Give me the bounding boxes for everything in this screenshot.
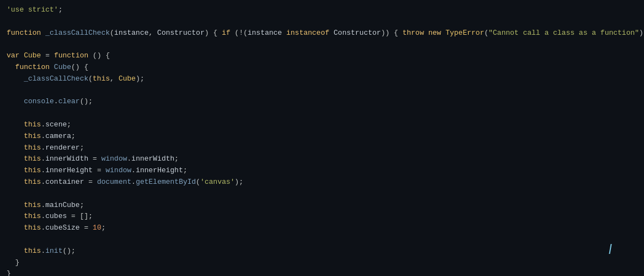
code-line-16: this.container = document.getElementById…	[7, 177, 637, 188]
code-line-2	[7, 16, 637, 28]
code-line-24: }	[7, 268, 637, 276]
code-line-11: this.scene;	[7, 119, 637, 131]
code-line-15: this.innerHeight = window.innerHeight;	[7, 165, 637, 177]
code-line-1: 'use strict';	[7, 4, 637, 16]
code-line-10	[7, 108, 637, 119]
code-line-12: this.camera;	[7, 131, 637, 142]
code-line-7: _classCallCheck(this, Cube);	[7, 73, 637, 85]
code-line-20: this.cubeSize = 10;	[7, 222, 637, 234]
code-line-18: this.mainCube;	[7, 200, 637, 211]
code-line-13: this.renderer;	[7, 142, 637, 154]
code-line-21	[7, 234, 637, 246]
code-line-14: this.innerWidth = window.innerWidth;	[7, 153, 637, 165]
code-line-8	[7, 85, 637, 97]
code-line-5: var Cube = function () {	[7, 50, 637, 62]
code-line-6: function Cube() {	[7, 62, 637, 73]
code-line-3: function _classCallCheck(instance, Const…	[7, 28, 637, 39]
code-line-23: }	[7, 257, 637, 269]
code-line-9: console.clear();	[7, 96, 637, 108]
code-line-22: this.init();	[7, 246, 637, 257]
code-line-19: this.cubes = [];	[7, 211, 637, 222]
code-editor: 'use strict'; function _classCallCheck(i…	[0, 0, 644, 276]
code-line-4	[7, 39, 637, 50]
code-line-17	[7, 188, 637, 200]
